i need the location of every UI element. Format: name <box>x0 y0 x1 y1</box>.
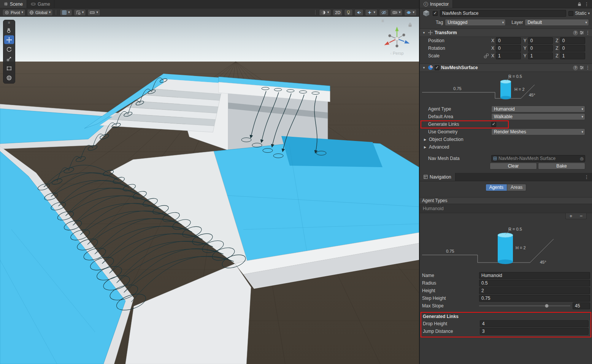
scale-x-field[interactable] <box>496 52 521 59</box>
foldout-open-icon[interactable]: ▼ <box>422 66 426 70</box>
camera-settings-dropdown[interactable]: ▾ <box>390 9 403 16</box>
navigation-menu-icon[interactable]: ⋮ <box>584 175 589 179</box>
tag-dropdown[interactable]: Untagged ▾ <box>445 19 506 26</box>
scale-z-field[interactable] <box>560 52 585 59</box>
slider-thumb[interactable] <box>545 304 549 308</box>
transform-header[interactable]: ▼ Transform ? ⋮ <box>420 28 592 37</box>
position-z-field[interactable] <box>560 37 585 44</box>
constrain-proportions-icon[interactable] <box>484 53 489 59</box>
scene-lighting-toggle[interactable] <box>344 9 353 16</box>
tab-game[interactable]: Game <box>27 0 54 8</box>
component-menu-icon[interactable]: ⋮ <box>586 30 590 35</box>
add-agent-button[interactable]: + <box>566 213 576 219</box>
gameobject-enabled-checkbox[interactable]: ✓ <box>433 11 438 16</box>
view-hand-tool-button[interactable] <box>4 26 14 35</box>
layer-dropdown[interactable]: Default ▾ <box>525 19 589 26</box>
rotate-tool-button[interactable] <box>4 45 14 54</box>
component-menu-icon[interactable]: ⋮ <box>586 65 590 70</box>
object-picker-icon[interactable]: ◎ <box>580 156 584 161</box>
scene-tools-overlay: ≡ <box>3 20 15 84</box>
areas-tab[interactable]: Areas <box>507 184 526 191</box>
grid-visibility-dropdown[interactable]: ▾ <box>60 9 72 16</box>
gameobject-name-field[interactable] <box>440 10 566 17</box>
help-icon[interactable]: ? <box>573 30 578 35</box>
step-height-field[interactable] <box>479 295 590 302</box>
gizmo-orb-icon <box>406 10 411 15</box>
scale-y-field[interactable] <box>528 52 553 59</box>
handle-orientation-dropdown[interactable]: Global ▾ <box>27 9 53 16</box>
default-area-dropdown[interactable]: Walkable▾ <box>491 113 585 120</box>
max-slope-slider[interactable] <box>479 302 570 309</box>
inspector-menu-icon[interactable]: ⋮ <box>584 2 589 6</box>
agent-types-list[interactable]: Humanoid <box>420 204 592 213</box>
orientation-gizmo[interactable]: ‹Persp <box>379 25 415 55</box>
generate-links-row: Generate Links ✓ <box>420 120 592 128</box>
rotation-z-field[interactable] <box>560 45 585 52</box>
presets-icon[interactable] <box>579 65 584 70</box>
jump-distance-field[interactable] <box>480 328 589 335</box>
agent-type-entry[interactable]: Humanoid <box>423 206 444 211</box>
gizmos-dropdown[interactable]: ▾ <box>404 9 417 16</box>
help-icon[interactable]: ? <box>573 65 578 70</box>
clear-button[interactable]: Clear <box>490 163 537 169</box>
overlay-menu-icon[interactable]: ≡ <box>8 21 10 25</box>
draw-mode-dropdown[interactable]: ▾ <box>319 9 332 16</box>
static-checkbox[interactable] <box>568 11 573 16</box>
foldout-open-icon[interactable]: ▼ <box>422 31 426 35</box>
agent-radius-row: Radius <box>420 279 592 287</box>
drop-height-field[interactable] <box>480 320 589 327</box>
pivot-icon <box>5 10 9 15</box>
chevron-down-icon: ▾ <box>49 11 51 14</box>
generate-links-checkbox[interactable]: ✓ <box>491 122 496 127</box>
tab-scene[interactable]: Scene <box>0 0 27 8</box>
rotation-y-field[interactable] <box>528 45 553 52</box>
scene-3d-viewport[interactable]: ≡ ≡ <box>0 17 419 364</box>
gameobject-header: ✓ Static ▾ <box>420 8 592 17</box>
rect-tool-button[interactable] <box>4 64 14 73</box>
move-tool-button[interactable] <box>4 35 14 44</box>
rotation-x-field[interactable] <box>496 45 521 52</box>
nav-mesh-data-field[interactable]: NavMesh-NavMesh Surface ◎ <box>491 155 585 162</box>
presets-icon[interactable] <box>579 30 584 35</box>
scene-audio-toggle[interactable] <box>354 9 363 16</box>
lock-icon[interactable] <box>578 2 581 6</box>
chevron-down-icon[interactable]: ▾ <box>588 12 590 15</box>
projection-label[interactable]: ‹Persp <box>379 51 415 55</box>
2d-mode-toggle[interactable]: 2D <box>333 9 343 16</box>
transform-tool-button[interactable] <box>4 73 14 82</box>
bake-buttons-row: Clear Bake <box>420 162 585 170</box>
jump-distance-row: Jump Distance <box>421 328 590 335</box>
component-enabled-checkbox[interactable]: ✓ <box>435 65 440 70</box>
agent-type-dropdown[interactable]: Humanoid▾ <box>491 106 585 112</box>
static-toggle[interactable]: Static ▾ <box>568 11 590 16</box>
effects-dropdown[interactable]: ▾ <box>365 9 378 16</box>
grid-icon <box>62 10 67 15</box>
max-slope-field[interactable] <box>573 302 590 309</box>
agent-height-field[interactable] <box>479 287 590 294</box>
tab-navigation[interactable]: Navigation <box>420 173 456 181</box>
tab-inspector[interactable]: i Inspector <box>420 0 453 8</box>
inspector-tabstrip: i Inspector ⋮ <box>420 0 592 8</box>
gizmo-overlay-menu-icon[interactable]: ≡ <box>381 18 384 24</box>
remove-agent-button[interactable]: − <box>576 213 586 219</box>
toolbar-separator <box>56 10 57 15</box>
object-collection-foldout[interactable]: ▶ Object Collection <box>420 136 592 143</box>
position-y-field[interactable] <box>528 37 553 44</box>
bake-button[interactable]: Bake <box>538 163 585 169</box>
scene-lock-icon[interactable] <box>408 22 412 29</box>
scale-tool-button[interactable] <box>4 54 14 63</box>
snap-settings-dropdown[interactable]: ▾ <box>74 9 86 16</box>
navmeshsurface-header[interactable]: ▼ ✓ NavMeshSurface ? ⋮ <box>420 63 592 72</box>
agent-radius-field[interactable] <box>479 280 590 286</box>
scene-visibility-toggle[interactable] <box>379 9 389 16</box>
drop-height-row: Drop Height <box>421 320 590 328</box>
agent-name-field[interactable] <box>479 272 590 279</box>
position-x-field[interactable] <box>496 37 521 44</box>
use-geometry-dropdown[interactable]: Render Meshes▾ <box>491 128 585 135</box>
transform-title: Transform <box>435 30 457 35</box>
agents-tab[interactable]: Agents <box>486 184 507 191</box>
agent-name-row: Name <box>420 272 592 279</box>
pivot-mode-dropdown[interactable]: Pivot ▾ <box>2 9 25 16</box>
advanced-foldout[interactable]: ▶ Advanced <box>420 143 592 151</box>
increment-snap-dropdown[interactable]: ▾ <box>87 9 100 16</box>
